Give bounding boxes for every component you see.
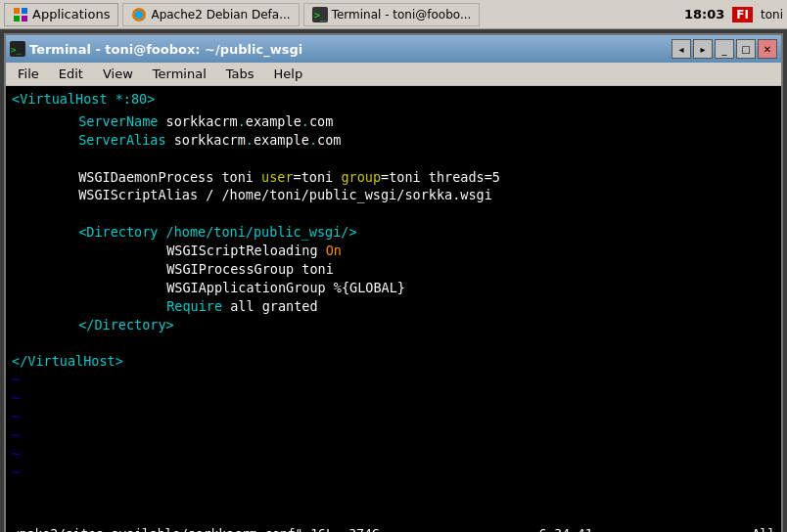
status-right: All — [753, 526, 775, 533]
tilde-2: ~ — [12, 389, 775, 408]
maximize-button[interactable]: □ — [736, 39, 756, 59]
terminal-line-5: WSGIScriptAlias / /home/toni/public_wsgi… — [12, 186, 775, 204]
terminal-line-7: WSGIScriptReloading On — [12, 242, 775, 260]
applications-menu[interactable]: Applications — [4, 3, 118, 26]
menu-bar: File Edit View Terminal Tabs Help — [6, 63, 781, 86]
tilde-1: ~ — [12, 371, 775, 389]
menu-file[interactable]: File — [10, 65, 47, 83]
terminal-line-9: WSGIApplicationGroup %{GLOBAL} — [12, 279, 775, 297]
menu-edit[interactable]: Edit — [51, 65, 91, 83]
tab-firefox[interactable]: Apache2 Debian Defa... — [122, 3, 299, 26]
svg-rect-2 — [14, 16, 20, 22]
menu-terminal[interactable]: Terminal — [145, 65, 214, 83]
tab-firefox-label: Apache2 Debian Defa... — [151, 8, 290, 22]
status-bar: <pake2/sites-available/sorkkacrm.conf" 1… — [6, 522, 781, 532]
terminal-line-10: Require all granted — [12, 297, 775, 316]
system-bar-left: Applications Apache2 Debian Defa... >_ T… — [4, 3, 684, 26]
title-bar: >_ Terminal - toni@foobox: ~/public_wsgi… — [6, 35, 781, 63]
firefox-icon — [131, 7, 147, 22]
forward-button[interactable]: ▸ — [693, 39, 713, 59]
terminal-line-6: <Directory /home/toni/public_wsgi/> — [12, 223, 775, 242]
system-bar-right: 18:03 FI toni — [684, 7, 783, 22]
terminal-line-2: ServerName sorkkacrm.example.com — [12, 112, 775, 131]
terminal-line-13: </VirtualHost> — [12, 352, 775, 371]
menu-tabs[interactable]: Tabs — [218, 65, 262, 83]
svg-rect-3 — [22, 16, 27, 22]
terminal-line-8: WSGIProcessGroup toni — [12, 260, 775, 279]
terminal-line-1: <VirtualHost *:80> — [12, 90, 775, 109]
system-bar: Applications Apache2 Debian Defa... >_ T… — [0, 0, 787, 29]
tilde-6: ~ — [12, 464, 775, 482]
tilde-4: ~ — [12, 426, 775, 445]
tilde-5: ~ — [12, 445, 775, 464]
terminal-line-blank3 — [12, 334, 775, 353]
tab-terminal[interactable]: >_ Terminal - toni@foobo... — [303, 3, 481, 26]
lang-indicator: FI — [732, 7, 753, 22]
terminal-line-blank1 — [12, 150, 775, 168]
svg-text:>_: >_ — [314, 10, 327, 22]
svg-text:>_: >_ — [11, 45, 22, 55]
terminal-line-4: WSGIDaemonProcess toni user=toni group=t… — [12, 168, 775, 187]
terminal-line-11: </Directory> — [12, 316, 775, 334]
minimize-button[interactable]: _ — [715, 39, 734, 59]
tilde-3: ~ — [12, 408, 775, 426]
svg-rect-1 — [22, 8, 27, 14]
applications-icon — [13, 7, 28, 22]
terminal-icon: >_ — [312, 7, 328, 22]
terminal-content[interactable]: <VirtualHost *:80> ServerName sorkkacrm.… — [6, 86, 781, 522]
svg-point-5 — [135, 11, 143, 19]
menu-view[interactable]: View — [95, 65, 141, 83]
user-label: toni — [761, 8, 783, 22]
close-button[interactable]: ✕ — [758, 39, 777, 59]
status-left: <pake2/sites-available/sorkkacrm.conf" 1… — [12, 526, 380, 533]
terminal-line-blank2 — [12, 204, 775, 223]
status-middle: 6,34-41 — [539, 526, 593, 533]
menu-help[interactable]: Help — [266, 65, 311, 83]
window-icon: >_ — [10, 41, 25, 57]
window-title: Terminal - toni@foobox: ~/public_wsgi — [29, 42, 302, 57]
clock: 18:03 — [684, 7, 724, 22]
tab-terminal-label: Terminal - toni@foobo... — [332, 8, 472, 22]
back-button[interactable]: ◂ — [671, 39, 691, 59]
title-bar-left: >_ Terminal - toni@foobox: ~/public_wsgi — [10, 41, 302, 57]
terminal-line-3: ServerAlias sorkkacrm.example.com — [12, 131, 775, 150]
svg-rect-0 — [14, 8, 20, 14]
applications-label: Applications — [32, 7, 110, 22]
title-bar-controls: ◂ ▸ _ □ ✕ — [671, 39, 777, 59]
terminal-window: >_ Terminal - toni@foobox: ~/public_wsgi… — [4, 33, 783, 532]
